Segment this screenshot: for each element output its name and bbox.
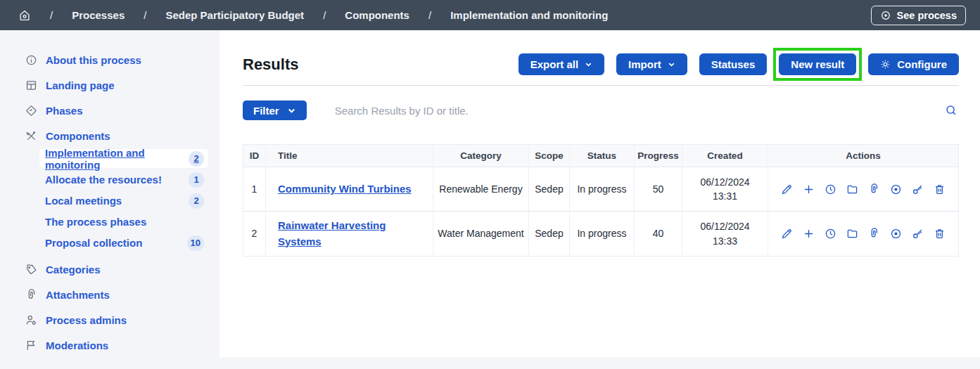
- column-header-id: ID: [243, 145, 266, 167]
- cell-status: In progress: [570, 212, 635, 256]
- subitem-label: The process phases: [45, 216, 146, 228]
- preview-eye-icon[interactable]: [890, 228, 902, 240]
- breadcrumb-separator: /: [323, 9, 326, 21]
- sidebar-item-landing-page[interactable]: Landing page: [0, 72, 219, 98]
- sidebar-item-label: Process admins: [46, 314, 127, 326]
- breadcrumb-separator: /: [144, 9, 146, 21]
- phases-icon: [25, 105, 37, 117]
- chevron-down-icon: [668, 60, 675, 68]
- sidebar-subitem-local-meetings[interactable]: Local meetings 2: [39, 191, 208, 210]
- new-result-label: New result: [791, 58, 844, 70]
- cell-progress: 40: [635, 212, 682, 256]
- main-panel: Results Export all Import: [219, 30, 980, 357]
- attachment-icon[interactable]: [868, 183, 880, 195]
- home-icon[interactable]: [18, 9, 31, 22]
- filter-label: Filter: [253, 105, 279, 117]
- cell-id: 2: [243, 212, 266, 256]
- sidebar-item-categories[interactable]: Categories: [0, 257, 219, 282]
- page-title: Results: [243, 53, 298, 75]
- landing-page-icon: [25, 79, 37, 91]
- breadcrumb-separator: /: [428, 9, 431, 21]
- clock-icon[interactable]: [825, 228, 836, 240]
- cell-created: 06/12/2024 13:33: [682, 212, 768, 256]
- chevron-down-icon: [585, 60, 592, 68]
- components-tools-icon: [25, 130, 37, 142]
- count-badge: 2: [189, 151, 204, 167]
- statuses-label: Statuses: [711, 58, 756, 70]
- flag-icon: [25, 339, 37, 351]
- breadcrumb-components[interactable]: Components: [345, 9, 409, 21]
- search-input[interactable]: [335, 105, 943, 117]
- sidebar-item-components[interactable]: Components: [0, 123, 219, 148]
- sidebar-item-process-admins[interactable]: Process admins: [0, 307, 219, 332]
- sidebar-item-about[interactable]: About this process: [0, 47, 219, 72]
- sidebar-item-label: Categories: [46, 264, 101, 276]
- key-permissions-icon[interactable]: [912, 183, 924, 195]
- column-header-title: Title: [266, 145, 433, 167]
- cell-title: Rainwater Harvesting Systems: [266, 212, 433, 256]
- plus-icon[interactable]: [803, 228, 815, 240]
- sidebar-subitem-allocate-resources[interactable]: Allocate the resources! 1: [39, 170, 208, 189]
- breadcrumb-processes[interactable]: Processes: [72, 9, 125, 21]
- sidebar-item-attachments[interactable]: Attachments: [0, 282, 219, 307]
- cell-actions: [768, 212, 958, 256]
- trash-icon[interactable]: [934, 183, 946, 195]
- export-all-button[interactable]: Export all: [518, 53, 604, 75]
- key-permissions-icon[interactable]: [912, 228, 924, 240]
- cell-created: 06/12/2024 13:31: [682, 167, 768, 212]
- table-row: 1 Community Wind Turbines Renewable Ener…: [243, 167, 958, 212]
- subitem-label: Local meetings: [45, 195, 122, 207]
- info-icon: [25, 54, 37, 66]
- configure-button[interactable]: Configure: [868, 53, 959, 75]
- sidebar-item-moderations[interactable]: Moderations: [0, 332, 219, 358]
- column-header-category: Category: [433, 145, 529, 167]
- created-date: 06/12/2024: [687, 219, 763, 233]
- export-all-label: Export all: [530, 58, 578, 70]
- folder-icon[interactable]: [846, 228, 858, 240]
- breadcrumb-process-name[interactable]: Sedep Participatory Budget: [165, 9, 304, 21]
- created-time: 13:31: [687, 189, 763, 203]
- edit-icon[interactable]: [781, 183, 793, 195]
- preview-eye-icon[interactable]: [890, 183, 902, 195]
- import-label: Import: [628, 58, 661, 70]
- cell-id: 1: [243, 167, 266, 212]
- import-button[interactable]: Import: [616, 53, 687, 75]
- created-date: 06/12/2024: [687, 175, 763, 189]
- cell-progress: 50: [635, 167, 682, 212]
- edit-icon[interactable]: [781, 228, 793, 240]
- eye-icon: [880, 10, 891, 21]
- green-highlight-annotation: New result: [779, 53, 856, 75]
- clock-icon[interactable]: [825, 183, 836, 195]
- search-icon[interactable]: [943, 104, 959, 117]
- result-title-link[interactable]: Community Wind Turbines: [278, 183, 412, 195]
- count-badge: 1: [189, 172, 204, 188]
- plus-icon[interactable]: [803, 183, 815, 195]
- sidebar-subitem-implementation-monitoring[interactable]: Implementation and monitoring 2: [39, 149, 208, 168]
- attachment-icon[interactable]: [868, 228, 880, 240]
- components-sub-list: Implementation and monitoring 2 Allocate…: [0, 148, 219, 257]
- new-result-button[interactable]: New result: [779, 53, 856, 75]
- statuses-button[interactable]: Statuses: [699, 53, 768, 75]
- top-navbar: / Processes / Sedep Participatory Budget…: [0, 0, 980, 30]
- breadcrumb-current-component[interactable]: Implementation and monitoring: [450, 9, 608, 21]
- breadcrumb: / Processes / Sedep Participatory Budget…: [18, 9, 608, 22]
- result-title-link[interactable]: Rainwater Harvesting Systems: [278, 219, 386, 247]
- sidebar: About this process Landing page Phases: [0, 30, 219, 369]
- sidebar-subitem-proposal-collection[interactable]: Proposal collection 10: [39, 233, 208, 252]
- sidebar-item-label: Phases: [46, 105, 83, 117]
- user-gear-icon: [25, 314, 37, 326]
- tag-icon: [25, 264, 37, 276]
- sidebar-item-label: Components: [46, 130, 110, 142]
- filter-button[interactable]: Filter: [243, 101, 307, 120]
- sidebar-item-phases[interactable]: Phases: [0, 98, 219, 123]
- trash-icon[interactable]: [934, 228, 946, 240]
- sidebar-subitem-process-phases[interactable]: The process phases: [39, 212, 208, 231]
- results-table: ID Title Category Scope Status Progress …: [243, 144, 959, 257]
- column-header-scope: Scope: [529, 145, 570, 167]
- breadcrumb-separator: /: [50, 9, 53, 21]
- see-process-label: See process: [897, 10, 957, 21]
- see-process-button[interactable]: See process: [871, 6, 966, 25]
- count-badge: 2: [189, 193, 204, 209]
- folder-icon[interactable]: [846, 183, 858, 195]
- gear-icon: [880, 59, 891, 70]
